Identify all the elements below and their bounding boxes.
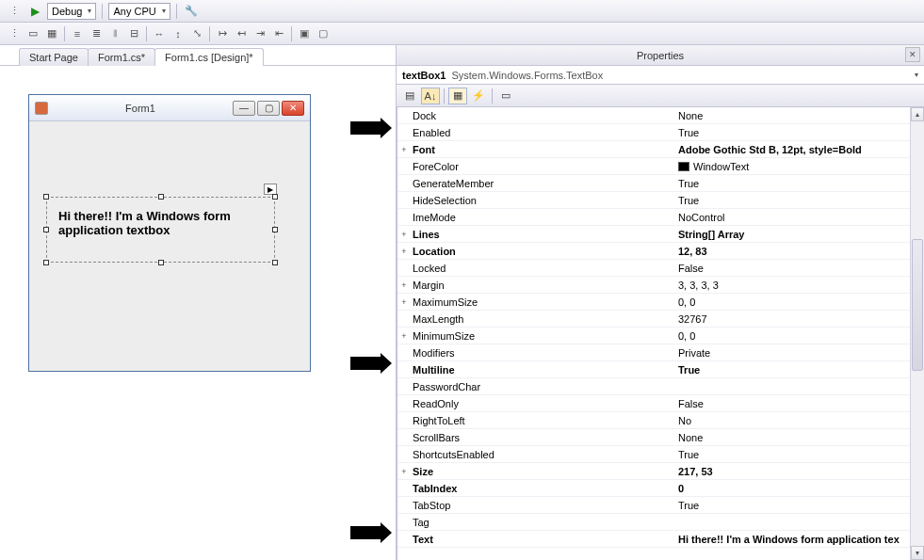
resize-handle[interactable] [43, 194, 49, 200]
property-value[interactable]: 0, 0 [674, 330, 924, 342]
property-value[interactable]: None [674, 432, 924, 443]
property-row[interactable]: MaxLength32767 [397, 311, 924, 328]
property-row[interactable]: +Margin3, 3, 3, 3 [397, 277, 924, 294]
resize-handle[interactable] [272, 227, 278, 232]
property-value[interactable]: True [674, 449, 924, 460]
property-row[interactable]: EnabledTrue [397, 124, 924, 141]
property-value[interactable]: String[] Array [674, 229, 924, 240]
property-row[interactable]: ShortcutsEnabledTrue [397, 446, 924, 463]
scroll-up-icon[interactable]: ▴ [911, 107, 924, 121]
selected-textbox[interactable]: ▶ Hi there!! I'm a Windows form applicat… [46, 197, 275, 263]
property-row[interactable]: +Location12, 83 [397, 243, 924, 260]
align-icon[interactable]: ⫴ [106, 25, 123, 42]
align-icon[interactable]: ≣ [88, 25, 105, 42]
sizing-icon[interactable]: ⤡ [188, 25, 205, 42]
property-row[interactable]: +FontAdobe Gothic Std B, 12pt, style=Bol… [397, 141, 924, 158]
property-value[interactable]: None [674, 110, 924, 121]
platform-combo[interactable]: Any CPU▾ [108, 3, 170, 20]
property-value[interactable]: True [674, 178, 924, 189]
tab-start-page[interactable]: Start Page [19, 48, 89, 66]
property-value[interactable]: True [674, 195, 924, 206]
property-value[interactable]: Adobe Gothic Std B, 12pt, style=Bold [674, 144, 924, 155]
property-value[interactable]: 32767 [674, 313, 924, 325]
expand-icon[interactable]: + [397, 331, 411, 341]
categorized-icon[interactable]: ▤ [400, 88, 419, 104]
form-designer[interactable]: Form1 — ▢ ✕ ▶ Hi there!! I'm a Windows f… [0, 66, 396, 560]
events-icon[interactable]: ⚡ [469, 88, 488, 104]
expand-icon[interactable]: + [397, 247, 411, 256]
resize-handle[interactable] [272, 194, 278, 200]
expand-icon[interactable]: + [397, 280, 411, 290]
property-value[interactable]: 0 [674, 483, 924, 494]
property-row[interactable]: +MinimumSize0, 0 [397, 328, 924, 344]
property-row[interactable]: ModifiersPrivate [397, 344, 924, 361]
expand-icon[interactable]: + [397, 297, 411, 307]
run-icon[interactable]: ▶ [26, 3, 43, 20]
expand-icon[interactable]: + [397, 145, 411, 154]
scroll-down-icon[interactable]: ▾ [911, 546, 924, 560]
property-row[interactable]: +MaximumSize0, 0 [397, 294, 924, 311]
align-icon[interactable]: ⊟ [125, 25, 142, 42]
toolbox-icon[interactable]: 🔧 [183, 3, 200, 20]
property-row[interactable]: HideSelectionTrue [397, 192, 924, 209]
property-value[interactable]: 3, 3, 3, 3 [674, 280, 924, 291]
property-row[interactable]: ScrollBarsNone [397, 429, 924, 446]
property-row[interactable]: ReadOnlyFalse [397, 395, 924, 412]
scroll-thumb[interactable] [912, 239, 923, 371]
panel-close-icon[interactable]: ✕ [905, 47, 920, 62]
property-row[interactable]: DockNone [397, 107, 924, 124]
property-value[interactable]: False [674, 263, 924, 274]
property-value[interactable]: True [674, 500, 924, 511]
spacing-icon[interactable]: ⇥ [251, 25, 268, 42]
expand-icon[interactable]: + [397, 230, 411, 239]
property-value[interactable]: Private [674, 347, 924, 359]
order-icon[interactable]: ▣ [296, 25, 313, 42]
property-row[interactable]: Tag [397, 514, 924, 531]
tab-design[interactable]: Form1.cs [Design]* [154, 48, 264, 66]
form-window[interactable]: Form1 — ▢ ✕ ▶ Hi there!! I'm a Windows f… [28, 94, 311, 372]
close-button[interactable]: ✕ [282, 101, 304, 116]
order-icon[interactable]: ▢ [315, 25, 332, 42]
property-row[interactable]: TabStopTrue [397, 497, 924, 514]
align-icon[interactable]: ≡ [69, 25, 86, 42]
property-value[interactable]: Hi there!! I'm a Windows form applicatio… [674, 534, 924, 545]
property-grid[interactable]: DockNoneEnabledTrue+FontAdobe Gothic Std… [397, 107, 924, 548]
vertical-scrollbar[interactable]: ▴ ▾ [910, 107, 924, 560]
resize-handle[interactable] [158, 260, 164, 265]
property-row[interactable]: +Size217, 53 [397, 463, 924, 480]
resize-handle[interactable] [272, 260, 278, 265]
sizing-icon[interactable]: ↔ [151, 25, 168, 42]
property-row[interactable]: GenerateMemberTrue [397, 175, 924, 192]
align-left-icon[interactable]: ▭ [24, 25, 41, 42]
property-value[interactable]: WindowText [674, 161, 924, 172]
spacing-icon[interactable]: ⇤ [270, 25, 287, 42]
property-value[interactable]: No [674, 415, 924, 426]
spacing-icon[interactable]: ↤ [233, 25, 250, 42]
alphabetical-icon[interactable]: A↓ [421, 88, 440, 104]
resize-handle[interactable] [158, 194, 164, 200]
property-row[interactable]: MultilineTrue [397, 361, 924, 378]
property-row[interactable]: RightToLeftNo [397, 412, 924, 429]
properties-icon[interactable]: ▦ [448, 88, 467, 104]
property-row[interactable]: PasswordChar [397, 378, 924, 395]
property-row[interactable]: ForeColorWindowText [397, 158, 924, 175]
property-value[interactable]: 217, 53 [674, 466, 924, 477]
property-value[interactable]: NoControl [674, 212, 924, 223]
property-value[interactable]: True [674, 364, 924, 376]
object-selector[interactable]: textBox1 System.Windows.Forms.TextBox ▾ [397, 66, 924, 85]
property-pages-icon[interactable]: ▭ [496, 88, 515, 104]
property-row[interactable]: TabIndex0 [397, 480, 924, 497]
property-row[interactable]: ImeModeNoControl [397, 209, 924, 226]
property-value[interactable]: True [674, 127, 924, 138]
tab-code[interactable]: Form1.cs* [88, 48, 155, 66]
property-value[interactable]: 0, 0 [674, 296, 924, 308]
property-row[interactable]: TextHi there!! I'm a Windows form applic… [397, 531, 924, 548]
property-row[interactable]: +LinesString[] Array [397, 226, 924, 243]
expand-icon[interactable]: + [397, 467, 411, 476]
maximize-button[interactable]: ▢ [257, 101, 280, 116]
minimize-button[interactable]: — [233, 101, 255, 116]
resize-handle[interactable] [43, 260, 49, 265]
form-body[interactable]: ▶ Hi there!! I'm a Windows form applicat… [29, 121, 310, 371]
config-combo[interactable]: Debug▾ [47, 3, 96, 20]
property-value[interactable]: False [674, 398, 924, 409]
